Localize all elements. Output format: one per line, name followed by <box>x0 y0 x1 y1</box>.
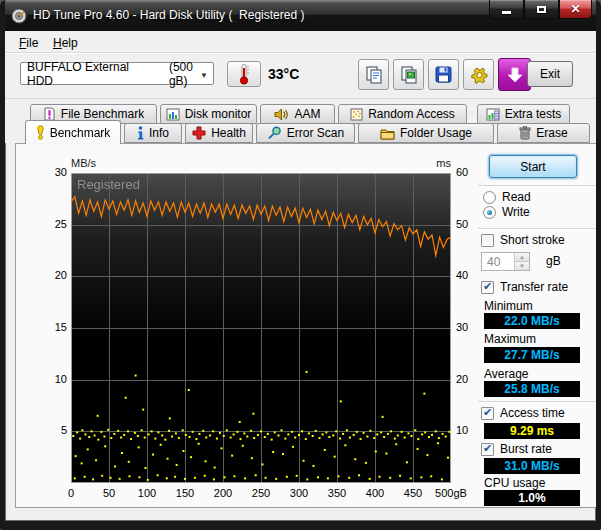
options-button[interactable] <box>463 59 494 90</box>
right-axis-tick-label: 20 <box>456 373 486 385</box>
tab-label: Error Scan <box>287 126 344 140</box>
right-axis-tick-label: 60 <box>456 166 486 178</box>
spinner-down-icon[interactable]: ▼ <box>515 262 529 270</box>
left-axis-tick-label: 20 <box>37 269 67 281</box>
transfer-rate-checkbox[interactable] <box>481 281 494 294</box>
start-button[interactable]: Start <box>489 155 577 178</box>
right-axis-tick-label: 10 <box>456 424 486 436</box>
close-icon: ✕ <box>570 2 580 16</box>
right-axis-tick-label: 40 <box>456 269 486 281</box>
tab-strip: File Benchmark Disk monitor AAM Random A… <box>5 99 596 143</box>
title-bar[interactable]: HD Tune Pro 4.60 - Hard Disk Utility ( R… <box>0 0 601 31</box>
tab-benchmark[interactable]: Benchmark <box>25 120 121 144</box>
save-icon <box>434 65 453 84</box>
benchmark-page: MB/s ms Registered 302520151056050403020… <box>15 143 597 508</box>
average-label: Average <box>484 367 528 381</box>
exit-label: Exit <box>540 67 560 81</box>
maximize-icon <box>537 6 546 13</box>
error-scan-icon <box>267 126 282 140</box>
drive-selector[interactable]: BUFFALO External HDD (500 gB) ▼ <box>20 62 214 85</box>
left-axis-tick-label: 15 <box>37 321 67 333</box>
app-icon <box>11 8 27 24</box>
tab-label: Health <box>211 126 246 140</box>
menu-file[interactable]: File <box>13 34 44 52</box>
drive-name: BUFFALO External HDD <box>27 60 153 88</box>
write-radio[interactable] <box>483 206 496 219</box>
benchmark-chart <box>71 173 451 483</box>
tab-health[interactable]: Health <box>185 123 253 143</box>
cpu-usage-value: 1.0% <box>484 490 580 506</box>
menu-help[interactable]: Help <box>47 34 84 52</box>
app-window: HD Tune Pro 4.60 - Hard Disk Utility ( R… <box>0 0 601 530</box>
access-time-label: Access time <box>500 406 565 420</box>
thermometer-icon <box>237 63 251 85</box>
short-stroke-size-value: 40 <box>482 253 514 270</box>
short-stroke-checkbox[interactable] <box>481 234 494 247</box>
left-axis-unit: MB/s <box>71 157 96 169</box>
minimum-value: 22.0 MB/s <box>484 313 580 329</box>
separator <box>478 401 596 403</box>
minimize-button[interactable] <box>489 0 524 19</box>
tab-info[interactable]: Info <box>124 123 182 143</box>
erase-icon <box>519 126 531 140</box>
short-stroke-label: Short stroke <box>500 233 565 247</box>
tab-label: Extra tests <box>505 107 562 121</box>
info-icon <box>137 126 144 140</box>
burst-rate-value: 31.0 MB/s <box>484 458 580 474</box>
short-stroke-unit-label: gB <box>546 254 561 268</box>
left-axis-tick-label: 25 <box>37 218 67 230</box>
access-time-value: 9.29 ms <box>484 423 580 439</box>
tab-folder-usage[interactable]: Folder Usage <box>358 123 494 143</box>
tab-label: File Benchmark <box>61 107 144 121</box>
health-icon <box>192 126 206 140</box>
tab-random-access[interactable]: Random Access <box>338 104 467 124</box>
tab-label: Erase <box>536 126 567 140</box>
copy-icon <box>364 65 384 85</box>
copy-text-button[interactable] <box>358 59 389 90</box>
access-time-checkbox[interactable] <box>481 407 494 420</box>
random-access-icon <box>350 108 363 121</box>
tab-label: Benchmark <box>50 126 111 140</box>
download-arrow-icon <box>506 66 524 84</box>
left-axis-tick-label: 30 <box>37 166 67 178</box>
close-button[interactable]: ✕ <box>559 0 592 19</box>
tab-label: Folder Usage <box>400 126 472 140</box>
window-title: HD Tune Pro 4.60 - Hard Disk Utility ( R… <box>33 8 304 22</box>
maximum-label: Maximum <box>484 332 536 346</box>
separator <box>478 185 596 187</box>
file-benchmark-icon <box>43 107 56 121</box>
separator <box>478 228 596 230</box>
burst-rate-checkbox[interactable] <box>481 443 494 456</box>
tab-error-scan[interactable]: Error Scan <box>256 123 355 143</box>
options-gears-icon <box>469 65 489 85</box>
copy-image-icon <box>399 65 419 85</box>
transfer-rate-label: Transfer rate <box>500 280 568 294</box>
right-axis-unit: ms <box>416 157 451 169</box>
disk-monitor-icon <box>166 108 180 121</box>
tab-erase[interactable]: Erase <box>497 123 590 143</box>
registered-watermark: Registered <box>77 177 140 192</box>
copy-image-button[interactable] <box>393 59 424 90</box>
tab-disk-monitor[interactable]: Disk monitor <box>160 104 257 124</box>
toolbar: BUFFALO External HDD (500 gB) ▼ 33°C <box>5 54 596 99</box>
tab-aam[interactable]: AAM <box>260 104 335 124</box>
minimum-label: Minimum <box>484 299 533 313</box>
short-stroke-size-spinner[interactable]: 40 ▲▼ <box>481 252 530 271</box>
benchmark-icon <box>36 125 45 140</box>
tab-label: AAM <box>294 107 320 121</box>
maximize-button[interactable] <box>524 0 559 19</box>
spinner-up-icon[interactable]: ▲ <box>515 253 529 262</box>
burst-rate-label: Burst rate <box>500 442 552 456</box>
save-button[interactable] <box>428 59 459 90</box>
left-axis-tick-label: 5 <box>37 424 67 436</box>
read-radio[interactable] <box>483 191 496 204</box>
tab-extra-tests[interactable]: Extra tests <box>477 104 570 124</box>
temperature-button[interactable] <box>227 61 261 87</box>
exit-button[interactable]: Exit <box>527 61 573 87</box>
start-label: Start <box>520 160 545 174</box>
left-axis-tick-label: 10 <box>37 373 67 385</box>
right-axis-tick-label: 30 <box>456 321 486 333</box>
temperature-value: 33°C <box>268 66 299 82</box>
minimize-icon <box>502 11 511 14</box>
aam-icon <box>274 108 289 121</box>
